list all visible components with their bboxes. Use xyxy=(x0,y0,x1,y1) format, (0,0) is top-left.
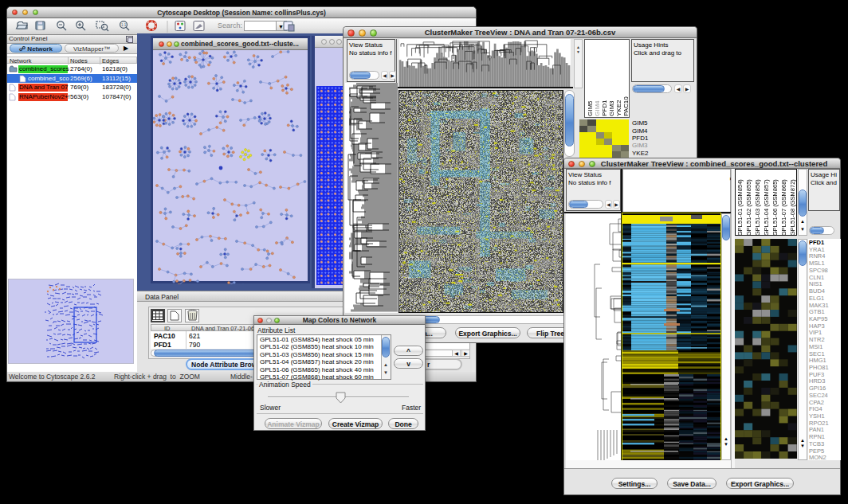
svg-text:1:1: 1:1 xyxy=(121,23,127,27)
